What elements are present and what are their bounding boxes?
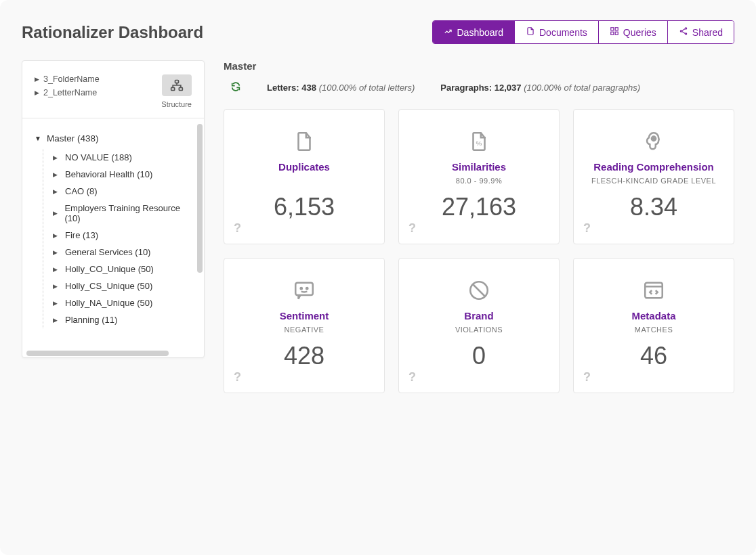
tree-node[interactable]: ▶Fire (13)	[53, 227, 190, 244]
card-title: Sentiment	[280, 310, 329, 321]
tree-node[interactable]: ▶Behavioral Health (10)	[53, 166, 190, 183]
caret-right-icon: ▶	[53, 154, 60, 161]
structure-button[interactable]: Structure	[161, 74, 192, 108]
metric-card-sentiment[interactable]: SentimentNEGATIVE428?	[224, 258, 385, 393]
card-title: Metadata	[631, 310, 675, 321]
svg-rect-12	[295, 283, 313, 295]
chat-icon	[293, 278, 316, 303]
svg-point-14	[306, 288, 308, 289]
horizontal-scrollbar[interactable]	[22, 349, 204, 357]
help-icon[interactable]: ?	[583, 221, 591, 236]
svg-rect-8	[171, 87, 174, 90]
card-subtitle: FLESCH-KINCAID GRADE LEVEL	[591, 177, 716, 186]
tree-node-label: Planning (11)	[65, 315, 117, 325]
metric-card-metadata[interactable]: MetadataMATCHES46?	[573, 258, 734, 393]
metric-card-duplicates[interactable]: Duplicates6,153?	[224, 109, 385, 244]
svg-rect-9	[179, 87, 182, 90]
caret-right-icon: ▶	[53, 188, 60, 195]
help-icon[interactable]: ?	[408, 221, 416, 236]
caret-right-icon: ▶	[53, 300, 60, 307]
tree-node[interactable]: ▶NO VALUE (188)	[53, 149, 190, 166]
svg-point-5	[680, 30, 681, 32]
tree-node-label: Employers Training Resource (10)	[64, 203, 190, 223]
tab-shared[interactable]: Shared	[668, 21, 734, 43]
breadcrumb: ▶ 3_FolderName ▶ 2_LetterName	[35, 74, 100, 97]
card-value: 428	[284, 342, 324, 370]
card-value: 46	[640, 342, 667, 370]
vertical-scrollbar[interactable]	[196, 118, 204, 349]
help-icon[interactable]: ?	[234, 221, 241, 236]
tree-node-master[interactable]: ▼ Master (438)	[35, 131, 190, 146]
card-title: Similarities	[452, 161, 506, 173]
help-icon[interactable]: ?	[583, 370, 591, 384]
help-icon[interactable]: ?	[234, 370, 241, 384]
tab-label: Documents	[539, 27, 587, 38]
tree-node-label: Holly_CO_Unique (50)	[65, 264, 154, 274]
help-icon[interactable]: ?	[408, 370, 416, 384]
tree-node[interactable]: ▶Planning (11)	[53, 311, 190, 328]
ban-icon	[467, 278, 490, 303]
tree-node[interactable]: ▶Holly_CS_Unique (50)	[53, 278, 190, 294]
metric-card-similarities[interactable]: %Similarities80.0 - 99.9%27,163?	[398, 109, 560, 244]
file-icon	[526, 26, 535, 38]
svg-point-6	[685, 33, 686, 35]
page-title: Rationalizer Dashboard	[22, 23, 203, 42]
tree-node-label: General Services (10)	[65, 247, 150, 257]
card-title: Brand	[464, 310, 493, 321]
svg-point-13	[301, 288, 302, 289]
structure-label: Structure	[161, 100, 192, 108]
card-subtitle: 80.0 - 99.9%	[456, 177, 502, 186]
breadcrumb-item[interactable]: ▶ 3_FolderName	[35, 74, 100, 84]
card-value: 27,163	[442, 193, 516, 221]
caret-right-icon: ▶	[53, 232, 60, 239]
tree-node[interactable]: ▶CAO (8)	[53, 183, 190, 200]
caret-right-icon: ▶	[53, 171, 60, 178]
sidebar: ▶ 3_FolderName ▶ 2_LetterName	[22, 60, 205, 358]
svg-rect-2	[611, 32, 614, 35]
tree-node-label: Fire (13)	[65, 230, 98, 240]
chart-line-icon	[444, 26, 453, 38]
tree-node-label: Master (438)	[47, 133, 99, 143]
caret-down-icon: ▼	[35, 135, 41, 142]
card-title: Duplicates	[278, 161, 330, 173]
card-title: Reading Comprehension	[593, 161, 714, 173]
tab-label: Queries	[623, 27, 656, 38]
breadcrumb-label: 2_LetterName	[43, 88, 97, 97]
tab-documents[interactable]: Documents	[515, 21, 599, 43]
caret-right-icon: ▶	[53, 283, 60, 290]
svg-rect-0	[611, 28, 614, 30]
caret-right-icon: ▶	[53, 317, 60, 324]
refresh-icon[interactable]	[230, 81, 241, 94]
tree-node-label: CAO (8)	[65, 186, 98, 196]
breadcrumb-label: 3_FolderName	[43, 74, 100, 84]
file-percent-icon: %	[467, 129, 490, 154]
nav-tabs: Dashboard Documents Queries Shared	[432, 20, 735, 44]
card-value: 8.34	[630, 193, 677, 221]
tree-node-label: NO VALUE (188)	[65, 152, 132, 162]
tree-node-label: Behavioral Health (10)	[65, 169, 152, 179]
card-subtitle: MATCHES	[635, 326, 673, 335]
tree-node[interactable]: ▶Employers Training Resource (10)	[53, 200, 190, 227]
caret-right-icon: ▶	[53, 249, 60, 256]
file-icon	[293, 129, 316, 154]
metric-card-brand[interactable]: BrandVIOLATIONS0?	[398, 258, 560, 393]
svg-rect-7	[175, 81, 178, 83]
svg-point-4	[685, 28, 686, 29]
hierarchy-icon	[162, 74, 192, 96]
paragraphs-stat: Paragraphs: 12,037 (100.00% of total par…	[440, 83, 640, 93]
tree-node[interactable]: ▶General Services (10)	[53, 244, 190, 261]
card-value: 6,153	[274, 193, 335, 221]
metric-card-reading-comprehension[interactable]: Reading ComprehensionFLESCH-KINCAID GRAD…	[573, 109, 734, 244]
tree-node[interactable]: ▶Holly_CO_Unique (50)	[53, 261, 190, 278]
tab-queries[interactable]: Queries	[599, 21, 668, 43]
tab-label: Shared	[692, 27, 723, 38]
share-icon	[679, 26, 688, 38]
letters-stat: Letters: 438 (100.00% of total letters)	[267, 83, 415, 93]
breadcrumb-item[interactable]: ▶ 2_LetterName	[35, 88, 100, 97]
card-subtitle: NEGATIVE	[285, 326, 324, 335]
tab-dashboard[interactable]: Dashboard	[433, 21, 516, 43]
caret-right-icon: ▶	[53, 210, 59, 217]
caret-right-icon: ▶	[53, 266, 60, 273]
tree-node[interactable]: ▶Holly_NA_Unique (50)	[53, 294, 190, 311]
caret-right-icon: ▶	[35, 89, 39, 96]
